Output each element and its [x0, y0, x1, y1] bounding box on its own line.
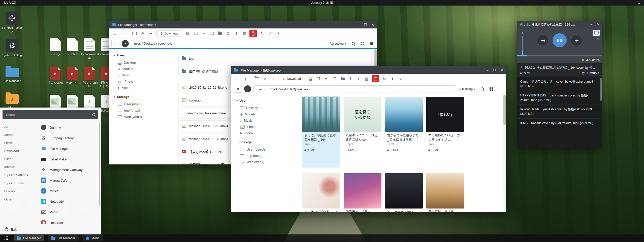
refresh-button[interactable]: ↻: [258, 30, 266, 37]
playlist-item-cynic[interactable]: Cynic _ ポリスピカデリー cover. by 柘榴-zakuro-.mp…: [517, 77, 600, 91]
volume-up-button[interactable]: +: [522, 31, 524, 35]
window-titlebar[interactable]: File Manager - 柘榴-zakuro- – ☐ ✕: [231, 66, 506, 74]
rename-button[interactable]: I: [233, 30, 240, 37]
sidebar-item-photo[interactable]: Photo: [236, 124, 299, 130]
sidebar-toggle-button[interactable]: ≡: [111, 40, 119, 47]
app-item-photo[interactable]: Photo: [38, 207, 101, 217]
new-folder-button[interactable]: [339, 75, 346, 82]
sidebar-item-desktop[interactable]: Desktop: [114, 59, 177, 66]
close-button[interactable]: ✕: [500, 68, 503, 72]
file-tile-yume-to-hazakura[interactable]: 夢と葉桜 _ 青木月...: [426, 173, 464, 212]
sidebar-section-user[interactable]: ▾User: [114, 53, 177, 57]
close-button[interactable]: ✕: [597, 22, 600, 26]
share-button[interactable]: ↪: [147, 30, 154, 37]
file-tile-164-flower[interactable]: 例えば、今此処に置かれた花に _ 164....mp34.99MB: [302, 97, 340, 167]
up-button[interactable]: ↑: [119, 30, 127, 37]
cut-button[interactable]: ✂: [200, 30, 208, 37]
app-item-file-manager[interactable]: File Manager: [38, 143, 101, 154]
info-button[interactable]: i: [389, 75, 396, 82]
search-input[interactable]: [6, 113, 90, 117]
app-item-management-gateway[interactable]: ❖Management Gateway: [38, 164, 101, 175]
file-tile-inochi[interactable]: 「寂しい」 命に嫌われている _ カンザキイオリ ....mp34.19MB: [426, 97, 464, 167]
app-item-ffmpeg-factory[interactable]: ✇FFmpeg Factory: [38, 133, 101, 143]
volume-down-button[interactable]: −: [522, 56, 524, 60]
list-view-button[interactable]: [497, 86, 504, 92]
file-tile-yojohan[interactable]: 四畳半拡に振舞い...: [344, 173, 381, 212]
pause-button[interactable]: ❚❚: [553, 33, 567, 47]
sidebar-item-music[interactable]: ♪Music: [236, 117, 299, 124]
category-office[interactable]: Office: [0, 139, 38, 147]
sidebar-section-storage[interactable]: ▾Storage: [114, 95, 177, 99]
category-files[interactable]: Files: [0, 155, 38, 163]
maximize-button[interactable]: ☐: [364, 23, 367, 27]
time-machine-button[interactable]: ◔: [244, 85, 251, 92]
playlist-item-king[interactable]: KING _ Kanaria cover. by 柘榴-zakuro-.mp3 …: [517, 119, 600, 128]
copy-button[interactable]: ❐: [315, 75, 322, 82]
file-tile-night-sea[interactable]: 君が夜の海に還るまで _ こんにちは谷田....mp34.35MB: [385, 97, 423, 167]
airmusic-badge[interactable]: AirMusic: [582, 71, 599, 75]
download-button[interactable]: ↧Download: [279, 76, 304, 82]
desktop-file-fly-me-to[interactable]: ▶ Fly Me To T...: [64, 67, 81, 85]
info-button[interactable]: i: [266, 30, 274, 37]
seek-bar[interactable]: [517, 55, 602, 56]
app-item-music[interactable]: ♪Music: [38, 186, 101, 196]
playlist-scrollbar[interactable]: [600, 78, 602, 101]
paste-button[interactable]: ▤: [307, 75, 314, 82]
app-list-scrollbar[interactable]: [99, 123, 100, 206]
category-internet[interactable]: Internet: [0, 163, 38, 171]
open-button[interactable]: [253, 75, 261, 82]
playlist-toggle-button[interactable]: ≡: [597, 36, 600, 42]
desktop-file-hello-world-txt[interactable]: Hello World.txt: [81, 38, 98, 60]
desktop-icon-music[interactable]: ♪ Music: [1, 92, 24, 109]
close-button[interactable]: ✕: [371, 23, 374, 27]
back-button[interactable]: ←: [234, 75, 241, 82]
sidebar-toggle-button[interactable]: ≡: [234, 85, 242, 93]
minimize-button[interactable]: –: [487, 68, 488, 72]
up-button[interactable]: ↑: [242, 75, 249, 82]
search-button[interactable]: [479, 86, 486, 92]
upload-button[interactable]: ↥: [347, 75, 354, 82]
help-button[interactable]: ?: [397, 75, 404, 82]
app-item-label-maker[interactable]: Label Maker: [38, 154, 101, 164]
open-button[interactable]: [131, 30, 138, 37]
desktop-file-test-bat[interactable]: test.bat: [64, 38, 81, 56]
minimize-button[interactable]: –: [358, 23, 359, 27]
time-machine-button[interactable]: ◔: [122, 40, 129, 47]
sidebar-item-user-drive[interactable]: User (user:/): [114, 101, 177, 107]
category-system-tools[interactable]: System Tools: [0, 179, 38, 187]
desktop-icon-system-setting[interactable]: ⚙ System Setting: [1, 39, 24, 57]
grid-view-button[interactable]: [488, 86, 495, 92]
category-download[interactable]: Download: [0, 147, 38, 155]
taskbar-item-file-manager-1[interactable]: File Manager: [14, 235, 44, 241]
sidebar-item-models[interactable]: ◈Models: [236, 111, 299, 117]
help-button[interactable]: ?: [274, 30, 282, 37]
next-track-button[interactable]: ▶▶: [571, 34, 582, 46]
window-titlebar[interactable]: File Manager - screenshot – ☐ ✕: [109, 21, 377, 28]
breadcrumb[interactable]: user: / Desktop / screenshot: [131, 40, 326, 47]
desktop-file-touhou-yukimin[interactable]: ▶ 【東方v~yukimin...: [81, 67, 98, 88]
maximize-button[interactable]: ☐: [493, 68, 496, 72]
share-button[interactable]: ↪: [269, 75, 277, 82]
sidebar-item-video[interactable]: ▶Video: [236, 130, 299, 136]
sidebar-item-web-drive[interactable]: Web (web:/): [236, 159, 299, 165]
file-row-test[interactable]: test: [178, 53, 372, 64]
sidebar-item-desktop[interactable]: Desktop: [236, 105, 299, 111]
sidebar-item-tmp-drive[interactable]: tmp (tmp:/): [114, 107, 177, 114]
desktop-icon-file-manager[interactable]: File Manager: [1, 66, 24, 83]
scrollbar[interactable]: [503, 94, 506, 212]
app-item-recorder[interactable]: Recorder: [38, 217, 101, 224]
upload-button[interactable]: ↥: [224, 30, 232, 37]
sidebar-section-user[interactable]: ▾User: [236, 99, 299, 102]
search-bar[interactable]: [3, 110, 98, 119]
scrollbar-thumb[interactable]: [503, 95, 506, 125]
category-other[interactable]: Other: [0, 195, 38, 203]
copy-button[interactable]: ❐: [192, 30, 200, 37]
category-utilities[interactable]: Utilities: [0, 187, 38, 195]
file-tile-inochi-acoustic[interactable]: 命に嫌われている _ + acoustic co...1.69MB: [302, 173, 340, 212]
list-view-button[interactable]: [368, 40, 375, 47]
delete-button[interactable]: [249, 30, 257, 37]
properties-button[interactable]: ▥: [241, 30, 248, 37]
file-tile-august-rainy[interactable]: 夏を見て いるかな 八月のレイニー _ はるまきごはん co....mp33.0…: [344, 97, 381, 167]
taskbar-item-music[interactable]: ♪Music: [82, 235, 103, 241]
sidebar-item-web-drive[interactable]: Web (web:/): [114, 114, 177, 120]
